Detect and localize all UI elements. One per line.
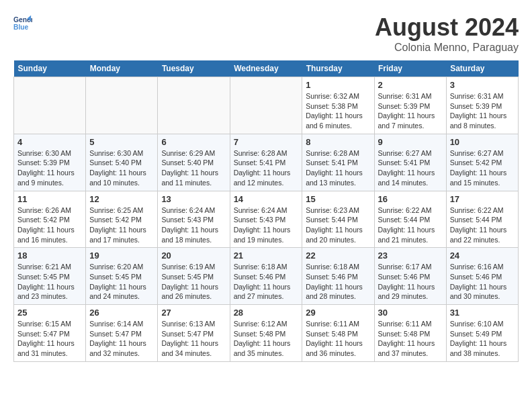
day-info: Sunrise: 6:26 AM Sunset: 5:42 PM Dayligh… (17, 205, 82, 245)
day-number: 26 (89, 308, 154, 318)
day-number: 17 (450, 194, 515, 204)
calendar-cell: 6Sunrise: 6:29 AM Sunset: 5:40 PM Daylig… (158, 134, 230, 191)
day-number: 22 (306, 250, 370, 261)
calendar-cell: 20Sunrise: 6:19 AM Sunset: 5:45 PM Dayli… (158, 248, 230, 305)
day-number: 12 (89, 194, 154, 204)
calendar-table: SundayMondayTuesdayWednesdayThursdayFrid… (13, 60, 519, 362)
calendar-week-row: 11Sunrise: 6:26 AM Sunset: 5:42 PM Dayli… (14, 191, 519, 248)
day-info: Sunrise: 6:31 AM Sunset: 5:39 PM Dayligh… (450, 91, 515, 131)
day-number: 19 (89, 250, 154, 261)
day-number: 27 (161, 308, 226, 318)
day-info: Sunrise: 6:28 AM Sunset: 5:41 PM Dayligh… (234, 148, 299, 188)
day-info: Sunrise: 6:11 AM Sunset: 5:48 PM Dayligh… (378, 319, 443, 359)
day-info: Sunrise: 6:15 AM Sunset: 5:47 PM Dayligh… (17, 319, 82, 359)
day-number: 5 (89, 137, 154, 147)
day-header-monday: Monday (86, 60, 158, 77)
day-number: 2 (378, 80, 443, 90)
calendar-cell: 11Sunrise: 6:26 AM Sunset: 5:42 PM Dayli… (14, 191, 86, 248)
day-info: Sunrise: 6:21 AM Sunset: 5:45 PM Dayligh… (17, 262, 82, 302)
calendar-header-row: SundayMondayTuesdayWednesdayThursdayFrid… (14, 60, 519, 77)
day-header-saturday: Saturday (446, 60, 518, 77)
calendar-cell: 25Sunrise: 6:15 AM Sunset: 5:47 PM Dayli… (14, 305, 86, 362)
day-number: 15 (306, 194, 370, 204)
day-info: Sunrise: 6:20 AM Sunset: 5:45 PM Dayligh… (89, 262, 154, 302)
calendar-week-row: 25Sunrise: 6:15 AM Sunset: 5:47 PM Dayli… (14, 305, 519, 362)
day-number: 9 (378, 137, 443, 147)
calendar-cell: 26Sunrise: 6:14 AM Sunset: 5:47 PM Dayli… (86, 305, 158, 362)
day-number: 14 (234, 194, 299, 204)
day-number: 8 (306, 137, 370, 147)
day-number: 16 (378, 194, 443, 204)
calendar-cell: 21Sunrise: 6:18 AM Sunset: 5:46 PM Dayli… (230, 248, 302, 305)
day-info: Sunrise: 6:32 AM Sunset: 5:38 PM Dayligh… (306, 91, 370, 131)
logo-icon: General Blue (13, 13, 32, 32)
calendar-cell: 3Sunrise: 6:31 AM Sunset: 5:39 PM Daylig… (446, 77, 518, 134)
day-info: Sunrise: 6:10 AM Sunset: 5:49 PM Dayligh… (450, 319, 515, 359)
calendar-cell (230, 77, 302, 134)
day-info: Sunrise: 6:25 AM Sunset: 5:42 PM Dayligh… (89, 205, 154, 245)
day-header-tuesday: Tuesday (158, 60, 230, 77)
day-info: Sunrise: 6:28 AM Sunset: 5:41 PM Dayligh… (306, 148, 370, 188)
day-header-thursday: Thursday (302, 60, 374, 77)
day-number: 7 (234, 137, 299, 147)
calendar-cell: 18Sunrise: 6:21 AM Sunset: 5:45 PM Dayli… (14, 248, 86, 305)
calendar-body: 1Sunrise: 6:32 AM Sunset: 5:38 PM Daylig… (14, 77, 519, 362)
day-number: 6 (161, 137, 226, 147)
day-info: Sunrise: 6:31 AM Sunset: 5:39 PM Dayligh… (378, 91, 443, 131)
calendar-week-row: 1Sunrise: 6:32 AM Sunset: 5:38 PM Daylig… (14, 77, 519, 134)
calendar-cell (14, 77, 86, 134)
calendar-cell: 27Sunrise: 6:13 AM Sunset: 5:47 PM Dayli… (158, 305, 230, 362)
calendar-cell: 16Sunrise: 6:22 AM Sunset: 5:44 PM Dayli… (374, 191, 446, 248)
day-info: Sunrise: 6:22 AM Sunset: 5:44 PM Dayligh… (378, 205, 443, 245)
calendar-cell: 12Sunrise: 6:25 AM Sunset: 5:42 PM Dayli… (86, 191, 158, 248)
logo: General Blue (13, 13, 32, 32)
day-info: Sunrise: 6:24 AM Sunset: 5:43 PM Dayligh… (161, 205, 226, 245)
day-info: Sunrise: 6:11 AM Sunset: 5:48 PM Dayligh… (306, 319, 370, 359)
day-number: 23 (378, 250, 443, 261)
day-header-friday: Friday (374, 60, 446, 77)
day-header-wednesday: Wednesday (230, 60, 302, 77)
day-info: Sunrise: 6:27 AM Sunset: 5:41 PM Dayligh… (378, 148, 443, 188)
day-info: Sunrise: 6:29 AM Sunset: 5:40 PM Dayligh… (161, 148, 226, 188)
day-info: Sunrise: 6:12 AM Sunset: 5:48 PM Dayligh… (234, 319, 299, 359)
calendar-week-row: 4Sunrise: 6:30 AM Sunset: 5:39 PM Daylig… (14, 134, 519, 191)
day-number: 24 (450, 250, 515, 261)
calendar-cell: 14Sunrise: 6:24 AM Sunset: 5:43 PM Dayli… (230, 191, 302, 248)
calendar-cell: 23Sunrise: 6:17 AM Sunset: 5:46 PM Dayli… (374, 248, 446, 305)
calendar-cell: 17Sunrise: 6:22 AM Sunset: 5:44 PM Dayli… (446, 191, 518, 248)
calendar-cell: 1Sunrise: 6:32 AM Sunset: 5:38 PM Daylig… (302, 77, 374, 134)
day-info: Sunrise: 6:30 AM Sunset: 5:39 PM Dayligh… (17, 148, 82, 188)
day-info: Sunrise: 6:18 AM Sunset: 5:46 PM Dayligh… (234, 262, 299, 302)
calendar-cell: 30Sunrise: 6:11 AM Sunset: 5:48 PM Dayli… (374, 305, 446, 362)
day-number: 10 (450, 137, 515, 147)
calendar-cell: 13Sunrise: 6:24 AM Sunset: 5:43 PM Dayli… (158, 191, 230, 248)
calendar-cell: 10Sunrise: 6:27 AM Sunset: 5:42 PM Dayli… (446, 134, 518, 191)
calendar-week-row: 18Sunrise: 6:21 AM Sunset: 5:45 PM Dayli… (14, 248, 519, 305)
day-number: 20 (161, 250, 226, 261)
day-info: Sunrise: 6:19 AM Sunset: 5:45 PM Dayligh… (161, 262, 226, 302)
calendar-cell: 22Sunrise: 6:18 AM Sunset: 5:46 PM Dayli… (302, 248, 374, 305)
calendar-cell: 31Sunrise: 6:10 AM Sunset: 5:49 PM Dayli… (446, 305, 518, 362)
day-number: 28 (234, 308, 299, 318)
day-number: 1 (306, 80, 370, 90)
svg-text:Blue: Blue (13, 24, 29, 31)
day-info: Sunrise: 6:27 AM Sunset: 5:42 PM Dayligh… (450, 148, 515, 188)
calendar-cell: 2Sunrise: 6:31 AM Sunset: 5:39 PM Daylig… (374, 77, 446, 134)
month-title: August 2024 (375, 13, 519, 42)
day-number: 11 (17, 194, 82, 204)
day-info: Sunrise: 6:17 AM Sunset: 5:46 PM Dayligh… (378, 262, 443, 302)
day-number: 31 (450, 308, 515, 318)
calendar-cell: 24Sunrise: 6:16 AM Sunset: 5:46 PM Dayli… (446, 248, 518, 305)
day-info: Sunrise: 6:24 AM Sunset: 5:43 PM Dayligh… (234, 205, 299, 245)
day-info: Sunrise: 6:22 AM Sunset: 5:44 PM Dayligh… (450, 205, 515, 245)
day-info: Sunrise: 6:23 AM Sunset: 5:44 PM Dayligh… (306, 205, 370, 245)
calendar-cell: 29Sunrise: 6:11 AM Sunset: 5:48 PM Dayli… (302, 305, 374, 362)
calendar-cell (158, 77, 230, 134)
location: Colonia Menno, Paraguay (375, 42, 519, 54)
day-info: Sunrise: 6:14 AM Sunset: 5:47 PM Dayligh… (89, 319, 154, 359)
page-header: General Blue August 2024 Colonia Menno, … (13, 13, 519, 54)
day-header-sunday: Sunday (14, 60, 86, 77)
day-info: Sunrise: 6:30 AM Sunset: 5:40 PM Dayligh… (89, 148, 154, 188)
day-number: 3 (450, 80, 515, 90)
day-info: Sunrise: 6:18 AM Sunset: 5:46 PM Dayligh… (306, 262, 370, 302)
